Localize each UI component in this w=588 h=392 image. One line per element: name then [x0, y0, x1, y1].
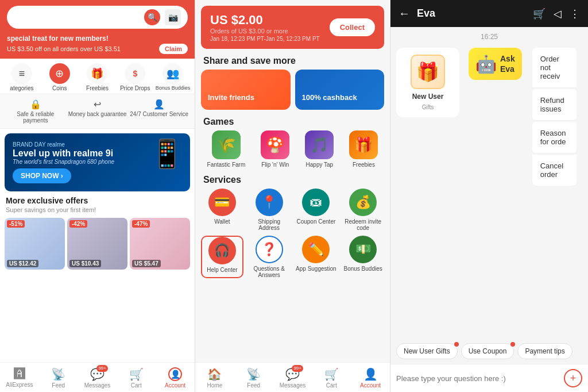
camera-icon[interactable]: 📷 [165, 9, 181, 25]
game-icon-happy: 🎵 [305, 130, 334, 159]
qa-icon: ❓ [256, 236, 283, 263]
game-label-happy: Happy Tap [306, 162, 334, 168]
nav-feed[interactable]: 📡 Feed [39, 367, 78, 389]
back-icon[interactable]: ← [399, 7, 410, 20]
s1-bottom-nav: 🅰 AliExpress 📡 Feed 💬99+ Messages 🛒 Cart… [0, 362, 195, 392]
games-grid: 🌾 Fantastic Farm 🍄 Flip 'n' Win 🎵 Happy … [195, 130, 390, 168]
feed-icon: 📡 [51, 367, 65, 381]
game-happy-tap[interactable]: 🎵 Happy Tap [305, 130, 334, 168]
collect-button[interactable]: Collect [330, 18, 375, 36]
s2-nav-home[interactable]: 🏠 Home [195, 367, 234, 389]
shipping-icon: 📍 [256, 189, 283, 216]
s2-nav-account[interactable]: 👤 Account [351, 367, 390, 389]
game-fantastic-farm[interactable]: 🌾 Fantastic Farm [207, 130, 246, 168]
nav-icon-price-drops[interactable]: $ Price Drops [117, 63, 153, 91]
search-bar[interactable]: mobile phones 🔍 📷 [7, 6, 188, 29]
s2-messages-badge: 99+ [292, 365, 303, 372]
chip-label-payment: Payment tips [525, 347, 564, 355]
redeem-icon: 💰 [349, 189, 377, 216]
service-label-shipping: Shipping Address [248, 218, 291, 231]
search-input[interactable]: mobile phones [14, 13, 140, 22]
menu-item-order-not-received[interactable]: Order not receiv [532, 48, 577, 88]
nav-cart[interactable]: 🛒 Cart [117, 367, 156, 389]
eva-bot-icon: 🤖 [475, 54, 497, 74]
product-card-3[interactable]: -47% US $5.47 [130, 218, 190, 270]
promo-text: special treat for new members! [7, 34, 188, 43]
nav-account[interactable]: 👤 Account [156, 367, 195, 389]
menu-items-list: Order not receiv Refund issues Reason fo… [527, 48, 582, 186]
banner-text: BRAND DAY realme Level up with realme 9i… [13, 141, 114, 183]
product-card-1[interactable]: -51% US $12.42 [5, 218, 65, 270]
menu-item-reason-for-order[interactable]: Reason for orde [532, 122, 577, 153]
s2-nav-messages[interactable]: 💬99+ Messages [273, 367, 312, 389]
chat-input[interactable] [396, 374, 559, 383]
game-freebies[interactable]: 🎁 Freebies [349, 130, 378, 168]
trust-label-customer-service: 24/7 Customer Service [130, 111, 188, 117]
chip-new-user-gifts[interactable]: New User Gifts [396, 343, 458, 359]
nav-label-messages: Messages [84, 382, 111, 389]
s2-nav-feed[interactable]: 📡 Feed [234, 367, 273, 389]
s2-bottom-nav: 🏠 Home 📡 Feed 💬99+ Messages 🛒 Cart 👤 Acc… [195, 362, 390, 392]
product-price-2: US $10.43 [69, 260, 101, 267]
ask-eva-text: AskEva [500, 53, 515, 74]
nav-icon-coins[interactable]: ⊕ Coins [41, 63, 78, 91]
trust-customer-service: 👤 24/7 Customer Service [129, 99, 189, 124]
plus-button[interactable]: + [564, 369, 582, 387]
service-label-bonus: Bonus Buddies [343, 266, 382, 272]
service-wallet[interactable]: 💳 Wallet [201, 189, 243, 231]
service-help-center[interactable]: 🎧 Help Center [201, 236, 243, 278]
service-coupon-center[interactable]: 🎟 Coupon Center [295, 189, 338, 231]
offers-subtitle: Super savings on your first item! [6, 206, 189, 213]
nav-label-categories: ategories [10, 85, 33, 91]
ask-eva-card[interactable]: 🤖 AskEva [469, 48, 522, 80]
new-user-card[interactable]: 🎁 New User Gifts [396, 48, 459, 117]
services-section-title: Services [195, 168, 390, 189]
service-qa[interactable]: ❓ Questions & Answers [248, 236, 291, 278]
more-header-icon[interactable]: ⋮ [570, 7, 580, 20]
service-redeem[interactable]: 💰 Redeem invite code [342, 189, 384, 231]
product-card-2[interactable]: -42% US $10.43 [67, 218, 127, 270]
trust-payments: 🔒 Safe & reliable payments [6, 99, 65, 124]
headset-icon: 👤 [153, 99, 165, 110]
banner-subtitle: The world's first Snapdragon 680 phone [13, 159, 114, 165]
search-icon[interactable]: 🔍 [144, 9, 160, 25]
service-label-app: App Suggestion [296, 266, 336, 272]
phone-image: 📱 [150, 138, 184, 170]
product-badge-1: -51% [7, 220, 25, 228]
nav-aliexpress[interactable]: 🅰 AliExpress [0, 367, 39, 389]
service-bonus-buddies[interactable]: 💵 Bonus Buddies [342, 236, 384, 278]
nav-icon-freebies[interactable]: 🎁 Freebies [79, 63, 116, 91]
nav-label-bonus-buddies: Bonus Buddies [156, 85, 191, 91]
nav-icon-categories[interactable]: ≡ ategories [3, 63, 40, 91]
banner-brand: BRAND DAY realme [13, 141, 114, 148]
cart-header-icon[interactable]: 🛒 [533, 7, 546, 20]
cashback-card[interactable]: 100% cashback [295, 70, 385, 110]
offers-title: More exclusive offers [6, 196, 189, 205]
service-app-suggestion[interactable]: ✏️ App Suggestion [295, 236, 338, 278]
coupon-info: US $2.00 Orders of US $3.00 or more Jan … [210, 13, 320, 42]
invite-friends-card[interactable]: Invite friends [201, 70, 291, 110]
product-price-1: US $12.42 [7, 260, 38, 267]
product-price-3: US $5.47 [132, 260, 161, 267]
cart-icon: 🛒 [129, 367, 144, 381]
share-header-icon[interactable]: ◁ [554, 7, 562, 20]
messages-icon: 💬99+ [90, 367, 105, 381]
s2-feed-icon: 📡 [246, 367, 261, 381]
menu-item-refund-issues[interactable]: Refund issues [532, 89, 577, 121]
nav-messages[interactable]: 💬99+ Messages [78, 367, 117, 389]
chip-payment-tips[interactable]: Payment tips [517, 343, 572, 359]
service-shipping[interactable]: 📍 Shipping Address [248, 189, 291, 231]
s2-nav-label-home: Home [207, 382, 223, 389]
claim-button[interactable]: Claim [159, 44, 188, 54]
chip-use-coupon[interactable]: Use Coupon [461, 343, 514, 359]
menu-item-cancel-order[interactable]: Cancel order [532, 155, 577, 186]
nav-icon-bonus-buddies[interactable]: 👥 Bonus Buddies [154, 63, 191, 91]
nav-label-cart: Cart [131, 382, 142, 389]
shop-now-button[interactable]: SHOP NOW › [13, 168, 71, 183]
s2-nav-cart[interactable]: 🛒 Cart [312, 367, 351, 389]
trust-label-money-back: Money back guarantee [68, 111, 127, 117]
wallet-icon: 💳 [208, 189, 236, 216]
help-center-icon: 🎧 [208, 237, 236, 264]
nav-label-coins: Coins [52, 85, 67, 91]
game-flip-n-win[interactable]: 🍄 Flip 'n' Win [261, 130, 289, 168]
